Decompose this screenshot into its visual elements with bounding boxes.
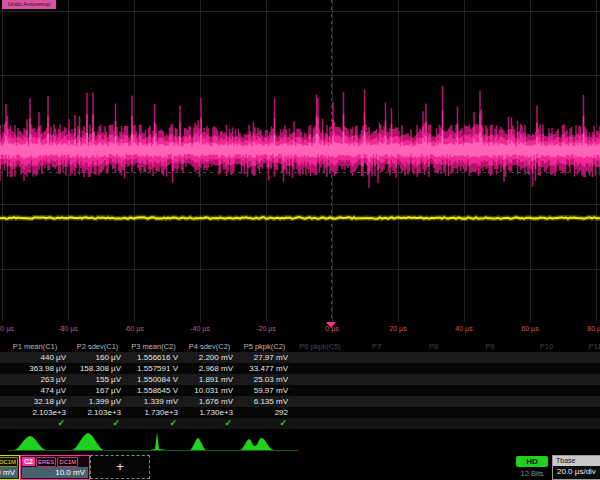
trigger-position-marker[interactable] <box>326 322 336 328</box>
measure-column-p1[interactable]: P1 mean(C1)440 µV363.98 µV263 µV474 µV32… <box>0 341 70 430</box>
time-axis-label: -60 µs <box>124 325 144 332</box>
time-axis-label: 20 µs <box>389 325 406 332</box>
channel-c1-descriptor[interactable]: C1 DC1M 50.0 mV <box>0 455 20 480</box>
measure-value: 6.135 mV <box>237 396 292 407</box>
measure-value: 59.97 mV <box>237 385 292 396</box>
time-axis-label: 60 µs <box>521 325 538 332</box>
measure-header[interactable]: P5 pkpk(C2) <box>237 341 292 352</box>
measure-value: 10.031 mV <box>182 385 237 396</box>
measure-value: 474 µV <box>0 385 70 396</box>
c1-coupling-badge: DC1M <box>0 457 18 467</box>
measure-value: 1.550084 V <box>125 374 182 385</box>
measure-column-p6[interactable]: P6 pkpk(C5) <box>292 341 348 430</box>
histicon-p1 <box>14 436 46 450</box>
time-axis: -100 µs-80 µs-60 µs-40 µs-20 µs0 µs20 µs… <box>0 322 600 340</box>
measure-value: 1.730e+3 <box>125 407 182 418</box>
measure-status-check: ✓ <box>0 418 70 429</box>
time-axis-label: 40 µs <box>455 325 472 332</box>
measure-value: 2.103e+3 <box>0 407 70 418</box>
measure-value: 1.557591 V <box>125 363 182 374</box>
measure-header[interactable]: P3 mean(C2) <box>125 341 182 352</box>
waveform-traces <box>0 0 600 322</box>
oscilloscope-screen: Undo Autosetup -100 µs-80 µs-60 µs-40 µs… <box>0 0 600 480</box>
measure-column-p7[interactable]: P7 <box>348 341 405 430</box>
undo-autosetup-badge[interactable]: Undo Autosetup <box>2 0 56 9</box>
measure-status-check: ✓ <box>182 418 237 429</box>
measure-value: 167 µV <box>70 385 125 396</box>
measure-column-p8[interactable]: P8 <box>405 341 462 430</box>
c1-scale-value: 50.0 mV <box>0 467 18 478</box>
measure-header[interactable]: P4 sdev(C2) <box>182 341 237 352</box>
measure-value: 2.968 mV <box>182 363 237 374</box>
measure-header[interactable]: P10 <box>518 341 575 352</box>
c2-eres-badge: ERES <box>36 457 56 467</box>
measure-value: 158.308 µV <box>70 363 125 374</box>
timebase-box[interactable]: Tbase 20.0 µs/div <box>552 455 600 480</box>
measure-header[interactable]: P8 <box>405 341 462 352</box>
measure-column-p3[interactable]: P3 mean(C2)1.556616 V1.557591 V1.550084 … <box>125 341 182 430</box>
measure-column-p9[interactable]: P9 <box>462 341 518 430</box>
measurement-histicons <box>0 430 600 454</box>
measure-value: 25.03 mV <box>237 374 292 385</box>
c2-scale-value: 10.0 mV <box>22 467 88 478</box>
measure-value: 2.103e+3 <box>70 407 125 418</box>
histicon-p2 <box>72 433 104 450</box>
measure-header[interactable]: P11 <box>575 341 600 352</box>
histicon-p4 <box>190 438 206 450</box>
measure-status-check: ✓ <box>237 418 292 429</box>
measure-value: 1.730e+3 <box>182 407 237 418</box>
histicon-p3 <box>150 432 166 450</box>
measure-value: 155 µV <box>70 374 125 385</box>
measure-value: 440 µV <box>0 352 70 363</box>
time-axis-label: -20 µs <box>256 325 276 332</box>
measure-header[interactable]: P9 <box>462 341 518 352</box>
measure-column-p10[interactable]: P10 <box>518 341 575 430</box>
measure-value: 33.477 mV <box>237 363 292 374</box>
measure-value: 1.399 µV <box>70 396 125 407</box>
timebase-label: Tbase <box>553 456 600 466</box>
measure-value: 1.339 mV <box>125 396 182 407</box>
c2-coupling-badge: DC1M <box>57 457 78 467</box>
measure-value: 2.200 mV <box>182 352 237 363</box>
measure-value: 1.676 mV <box>182 396 237 407</box>
bits-label: 12 Bits <box>512 469 552 478</box>
measure-value: 1.558645 V <box>125 385 182 396</box>
measure-column-p2[interactable]: P2 sdev(C1)160 µV158.308 µV155 µV167 µV1… <box>70 341 125 430</box>
measure-column-p5[interactable]: P5 pkpk(C2)27.97 mV33.477 mV25.03 mV59.9… <box>237 341 292 430</box>
measure-header[interactable]: P2 sdev(C1) <box>70 341 125 352</box>
histicon-p5 <box>240 438 274 450</box>
measure-value: 160 µV <box>70 352 125 363</box>
measure-value: 1.556616 V <box>125 352 182 363</box>
measure-value: 292 <box>237 407 292 418</box>
measure-column-p4[interactable]: P4 sdev(C2)2.200 mV2.968 mV1.891 mV10.03… <box>182 341 237 430</box>
timebase-value: 20.0 µs/div <box>553 466 600 478</box>
measure-value: 1.891 mV <box>182 374 237 385</box>
measure-value: 263 µV <box>0 374 70 385</box>
measure-value: 27.97 mV <box>237 352 292 363</box>
c2-chip: C2 <box>22 457 35 466</box>
measure-status-check: ✓ <box>125 418 182 429</box>
hd-mode-badge[interactable]: HD <box>516 456 548 467</box>
measure-header[interactable]: P7 <box>348 341 405 352</box>
measure-header[interactable]: P1 mean(C1) <box>0 341 70 352</box>
add-trace-button[interactable]: + <box>90 455 150 479</box>
time-axis-label: -100 µs <box>0 325 14 332</box>
measure-status-check: ✓ <box>70 418 125 429</box>
time-axis-label: 80 µs <box>587 325 600 332</box>
time-axis-label: -80 µs <box>58 325 78 332</box>
time-axis-label: -40 µs <box>190 325 210 332</box>
measurement-table: P1 mean(C1)440 µV363.98 µV263 µV474 µV32… <box>0 341 600 430</box>
measure-value: 363.98 µV <box>0 363 70 374</box>
bottom-bar: C1 DC1M 50.0 mV C2 ERES DC1M 10.0 mV + H… <box>0 455 600 480</box>
channel-c2-descriptor[interactable]: C2 ERES DC1M 10.0 mV <box>20 455 90 480</box>
waveform-grid[interactable]: Undo Autosetup <box>0 0 600 322</box>
measure-value: 32.18 µV <box>0 396 70 407</box>
measure-header[interactable]: P6 pkpk(C5) <box>292 341 348 352</box>
measure-column-p11[interactable]: P11 <box>575 341 600 430</box>
